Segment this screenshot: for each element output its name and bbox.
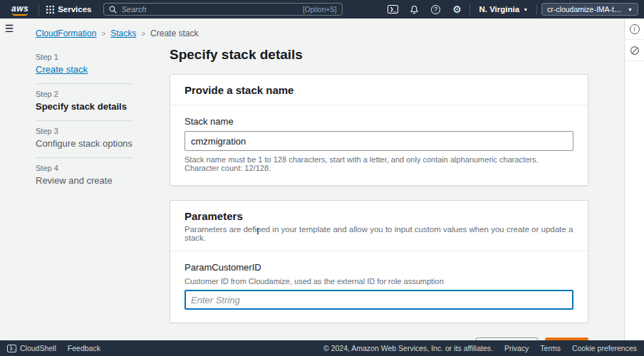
chevron-down-icon: ▼: [523, 7, 528, 12]
cloudshell-label: CloudShell: [20, 344, 56, 352]
step-number: Step 4: [36, 164, 133, 172]
notifications-bell-icon[interactable]: [405, 1, 422, 18]
chevron-down-icon: ▼: [628, 7, 633, 12]
breadcrumb-separator: >: [101, 30, 105, 38]
parameters-card-title: Parameters: [185, 210, 573, 222]
step-4-review-and-create[interactable]: Step 4 Review and create: [36, 158, 133, 194]
account-label: cr-cloudamize-IMA-test-migrat...: [547, 5, 624, 14]
notifications-panel-toggle[interactable]: [625, 40, 644, 61]
feedback-label: Feedback: [68, 344, 100, 352]
parameters-card-description: Parameters are defined in your template …: [185, 225, 573, 242]
topbar-divider: [469, 4, 470, 15]
step-number: Step 1: [36, 53, 133, 61]
info-icon: i: [630, 24, 640, 34]
cloudshell-icon: ❯_: [7, 345, 16, 352]
cookie-preferences-link[interactable]: Cookie preferences: [572, 344, 637, 352]
aws-logo-text: aws: [11, 4, 28, 14]
aws-console-window: aws Services [Option+S]: [0, 0, 644, 356]
breadcrumb-stacks[interactable]: Stacks: [110, 28, 136, 38]
param-customer-id-description: Customer ID from Cloudamize, used as the…: [185, 277, 573, 286]
account-menu-button[interactable]: cr-cloudamize-IMA-test-migrat... ▼: [541, 3, 638, 16]
topbar-divider: [38, 4, 39, 15]
topbar-divider: [536, 4, 537, 15]
stack-name-card: Provide a stack name Stack name Stack na…: [170, 74, 588, 186]
step-label: Review and create: [36, 175, 133, 186]
left-navigation-rail: ☰: [0, 19, 19, 340]
breadcrumb-separator: >: [141, 30, 145, 38]
services-menu-button[interactable]: Services: [43, 5, 94, 14]
page-title: Specify stack details: [170, 47, 588, 63]
aws-logo[interactable]: aws: [6, 2, 34, 16]
global-search-box[interactable]: [Option+S]: [103, 3, 343, 16]
step-label[interactable]: Create stack: [36, 64, 133, 75]
breadcrumb: CloudFormation > Stacks > Create stack: [36, 28, 624, 38]
settings-gear-icon[interactable]: ⚙: [448, 1, 465, 18]
wizard-steps-sidebar: Step 1 Create stack Step 2 Specify stack…: [36, 47, 152, 340]
step-label: Configure stack options: [36, 138, 133, 149]
stack-name-card-title: Provide a stack name: [185, 84, 573, 96]
stack-name-input[interactable]: [185, 131, 573, 151]
breadcrumb-cloudformation[interactable]: CloudFormation: [36, 28, 96, 38]
services-label: Services: [58, 5, 91, 14]
console-footer: ❯_ CloudShell Feedback © 2024, Amazon We…: [0, 340, 644, 356]
help-icon[interactable]: ?: [427, 1, 444, 18]
info-panel-toggle[interactable]: i: [625, 19, 644, 40]
right-tools-rail: i: [624, 19, 644, 340]
stack-name-label: Stack name: [185, 116, 573, 127]
step-number: Step 3: [36, 127, 133, 135]
region-label: N. Virginia: [479, 5, 519, 14]
step-1-create-stack[interactable]: Step 1 Create stack: [36, 47, 133, 84]
terms-link[interactable]: Terms: [540, 344, 561, 352]
step-2-specify-stack-details[interactable]: Step 2 Specify stack details: [36, 84, 133, 121]
stack-name-helper-text: Stack name must be 1 to 128 characters, …: [185, 155, 573, 172]
param-customer-id-label: ParamCustomerID: [185, 262, 573, 273]
region-selector[interactable]: N. Virginia ▼: [474, 5, 532, 14]
search-input[interactable]: [120, 4, 299, 14]
aws-smile-icon: [12, 13, 28, 16]
hamburger-menu-icon[interactable]: ☰: [5, 23, 14, 33]
top-navigation-bar: aws Services [Option+S]: [0, 0, 644, 19]
footer-feedback-button[interactable]: Feedback: [68, 344, 100, 352]
slash-circle-icon: [630, 46, 640, 56]
step-3-configure-stack-options[interactable]: Step 3 Configure stack options: [36, 121, 133, 158]
step-label: Specify stack details: [36, 101, 133, 112]
breadcrumb-current: Create stack: [150, 28, 198, 38]
footer-cloudshell-button[interactable]: ❯_ CloudShell: [7, 344, 56, 352]
search-icon: [109, 6, 117, 14]
main-content: Specify stack details Provide a stack na…: [152, 47, 624, 340]
cloudshell-icon[interactable]: ❯_: [384, 1, 401, 18]
search-shortcut-hint: [Option+S]: [303, 6, 337, 14]
privacy-link[interactable]: Privacy: [504, 344, 529, 352]
app-grid-icon: [46, 6, 54, 14]
step-number: Step 2: [36, 90, 133, 98]
copyright-text: © 2024, Amazon Web Services, Inc. or its…: [323, 344, 493, 352]
param-customer-id-input[interactable]: [185, 290, 573, 310]
parameters-card: Parameters Parameters are defined in you…: [170, 200, 588, 323]
